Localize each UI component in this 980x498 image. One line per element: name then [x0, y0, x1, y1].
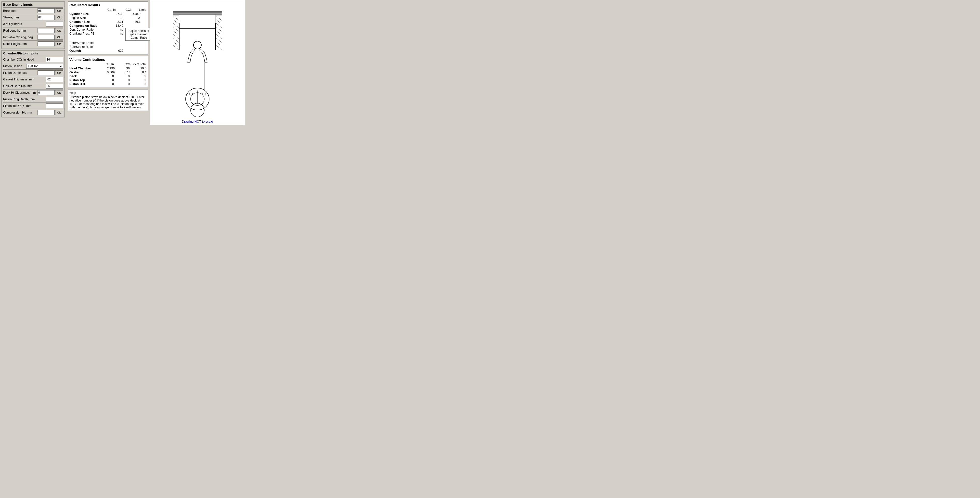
vol-col-ccs: CCs	[115, 62, 130, 66]
deck-height-row: Deck Height, mm Clc	[3, 40, 63, 47]
piston-od-pct: 0.	[130, 83, 146, 86]
adjust-specs-box: Adjust Specs to get a Desired Comp. Rati…	[125, 28, 152, 41]
piston-dome-input[interactable]	[38, 70, 55, 75]
deck-clearance-label: Deck Ht Clearance, mm	[3, 91, 38, 94]
compression-ht-clc-button[interactable]: Clc	[55, 110, 63, 115]
piston-design-label: Piston Design	[3, 65, 26, 68]
rod-stroke-label: Rod/Stroke Ratio	[69, 45, 106, 49]
deck-ccs: 0.	[115, 75, 130, 78]
chamber-piston-title: Chamber/Piston Inputs	[3, 51, 63, 55]
deck-height-clc-button[interactable]: Clc	[55, 41, 63, 46]
cranking-pres-val: na	[106, 32, 123, 35]
vol-header: Cu. In. CCs % of Total	[69, 62, 146, 66]
chamber-size-label: Chamber Size	[69, 20, 106, 24]
piston-top-od-label: Piston Top O.D., mm	[3, 104, 46, 108]
stroke-input[interactable]	[38, 15, 55, 20]
results-header: Cu. In. CCs Liters	[69, 8, 146, 11]
calculated-results-section: Calculated Results Cu. In. CCs Liters Cy…	[68, 2, 148, 54]
cylinders-input[interactable]	[46, 22, 63, 27]
engine-size-ccs: 0.	[123, 16, 140, 20]
piston-ring-depth-row: Piston Ring Depth, mm	[3, 96, 63, 102]
bore-label: Bore, mm	[3, 9, 38, 13]
piston-top-cuin: 0.	[99, 78, 115, 82]
compression-ht-row: Compression Ht, mm Clc	[3, 109, 63, 116]
chamber-size-ccs: 36.1	[123, 20, 140, 24]
gasket-cuin: 0.009	[99, 71, 115, 74]
cylinder-size-row: Cylinder Size 27.39 448.9 0.449 Engine S…	[69, 12, 146, 53]
rod-length-clc-button[interactable]: Clc	[55, 28, 63, 33]
int-valve-input[interactable]	[38, 35, 55, 40]
svg-point-35	[194, 41, 201, 49]
col-header-liters: Liters	[132, 8, 146, 11]
svg-rect-0	[173, 11, 222, 13]
deck-height-input[interactable]	[38, 41, 55, 46]
deck-pct: 0.	[130, 75, 146, 78]
svg-rect-39	[189, 93, 192, 95]
piston-dome-clc-button[interactable]: Clc	[55, 70, 63, 75]
piston-design-select[interactable]: Flat Top Dome Dish	[26, 64, 63, 68]
gasket-bore-input[interactable]	[46, 84, 63, 89]
gasket-bore-row: Gasket Bore Dia, mm	[3, 83, 63, 89]
rod-length-input[interactable]	[38, 28, 55, 33]
gasket-thickness-label: Gasket Thickness, mm	[3, 78, 46, 81]
bore-row: Bore, mm Clc	[3, 7, 63, 14]
deck-vol-label: Deck	[69, 75, 99, 78]
deck-height-label: Deck Height, mm	[3, 42, 38, 46]
piston-top-vol-row: Piston Top 0. 0. 0.	[69, 78, 146, 82]
vol-col-pct: % of Total	[130, 62, 146, 66]
piston-top-pct: 0.	[130, 78, 146, 82]
bore-clc-button[interactable]: Clc	[55, 8, 63, 13]
piston-diagram	[158, 11, 237, 119]
quench-val: .020	[106, 49, 123, 53]
gasket-vol-row: Gasket 0.009 0.14 0.4	[69, 70, 146, 74]
middle-panel: Calculated Results Cu. In. CCs Liters Cy…	[66, 0, 150, 125]
piston-top-od-input[interactable]	[46, 103, 63, 108]
svg-rect-11	[173, 15, 179, 50]
gasket-ccs: 0.14	[115, 71, 130, 74]
piston-dome-row: Piston Dome, ccs Clc	[3, 69, 63, 76]
col-header-cuin: Cu. In.	[102, 8, 116, 11]
dyn-comp-label: Dyn. Comp. Ratio	[69, 28, 106, 31]
compression-ht-input[interactable]	[38, 110, 55, 115]
gasket-thickness-row: Gasket Thickness, mm	[3, 76, 63, 83]
head-chamber-pct: 99.6	[130, 67, 146, 70]
chamber-ccs-input[interactable]	[46, 57, 63, 62]
svg-rect-12	[216, 15, 222, 50]
help-title: Help	[69, 91, 146, 95]
int-valve-label: Int Valve Closing, deg	[3, 35, 38, 39]
rod-length-row: Rod Length, mm Clc	[3, 27, 63, 34]
piston-ring-depth-label: Piston Ring Depth, mm	[3, 98, 46, 101]
gasket-pct: 0.4	[130, 71, 146, 74]
svg-rect-40	[202, 93, 205, 95]
rod-length-label: Rod Length, mm	[3, 29, 38, 32]
dyn-comp-val: na	[106, 28, 123, 31]
int-valve-clc-button[interactable]: Clc	[55, 35, 63, 40]
engine-size-cuin: 0.	[106, 16, 123, 20]
stroke-clc-button[interactable]: Clc	[55, 15, 63, 20]
bore-input[interactable]	[38, 8, 55, 13]
chamber-size-cuin: 2.21	[106, 20, 123, 24]
comp-ratio-val: 13.42	[106, 24, 123, 27]
deck-clearance-input[interactable]	[38, 90, 55, 95]
engine-size-label: Engine Size	[69, 16, 106, 20]
cylinders-row: # of Cylinders	[3, 21, 63, 27]
cylinder-size-cuin: 27.39	[106, 12, 123, 16]
piston-top-ccs: 0.	[115, 78, 130, 82]
deck-clearance-row: Deck Ht Clearance, mm Clc	[3, 89, 63, 96]
deck-cuin: 0.	[99, 75, 115, 78]
head-chamber-ccs: 36.	[115, 67, 130, 70]
piston-od-ccs: 0.	[115, 83, 130, 86]
piston-dome-label: Piston Dome, ccs	[3, 71, 38, 75]
help-text: Distance piston stays below block's deck…	[69, 95, 146, 109]
head-chamber-vol-row: Head Chamber 2.196 36. 99.6	[69, 67, 146, 70]
piston-ring-depth-input[interactable]	[46, 97, 63, 102]
int-valve-row: Int Valve Closing, deg Clc	[3, 34, 63, 40]
deck-clearance-clc-button[interactable]: Clc	[55, 90, 63, 95]
stroke-label: Stroke, mm	[3, 16, 38, 19]
compression-ht-label: Compression Ht, mm	[3, 111, 38, 114]
drawing-note: Drawing NOT to scale	[182, 120, 213, 123]
gasket-thickness-input[interactable]	[46, 77, 63, 82]
svg-rect-36	[190, 61, 205, 91]
head-chamber-cuin: 2.196	[99, 67, 115, 70]
calc-results-title: Calculated Results	[69, 3, 146, 7]
